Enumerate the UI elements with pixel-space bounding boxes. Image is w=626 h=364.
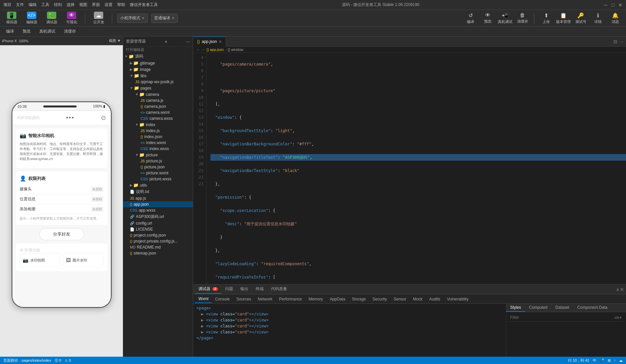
menu-settings[interactable]: 设置 xyxy=(105,2,113,8)
menu-interface[interactable]: 界面 xyxy=(92,2,100,8)
tab-app-json[interactable]: {} app.json × xyxy=(193,37,226,47)
picture-folder[interactable]: ▼ 📁 picture xyxy=(123,152,193,158)
config-url[interactable]: 🔗 config.url xyxy=(123,220,193,226)
menu-goto[interactable]: 转到 xyxy=(54,2,62,8)
camera-folder[interactable]: ▼ 📁 camera xyxy=(123,91,193,97)
cloud-btn[interactable]: ☁ 云开发 xyxy=(90,12,107,25)
utils-folder[interactable]: ▶ 📁 utils xyxy=(123,182,193,188)
dt-network-tab[interactable]: Network xyxy=(254,295,276,303)
dt-tab-issues[interactable]: 问题 xyxy=(222,285,236,294)
index-folder[interactable]: ▼ 📁 index xyxy=(123,121,193,128)
picture-json[interactable]: {} picture.json xyxy=(123,164,193,170)
sitemap-json[interactable]: {} sitemap.json xyxy=(123,250,193,256)
visualize-btn[interactable]: 👁 可视化 xyxy=(63,12,80,25)
html-line-1[interactable]: <page> xyxy=(194,305,504,311)
menu-help[interactable]: 帮助 xyxy=(117,2,125,8)
dt-appdata-tab[interactable]: AppData xyxy=(326,295,349,303)
tab-clear[interactable]: 清缓存 xyxy=(61,27,79,36)
translate-dropdown[interactable]: 普通编译 ▼ xyxy=(151,14,178,23)
image-folder[interactable]: ▶ 📁 image xyxy=(123,66,193,73)
status-layout-btn[interactable]: ⊞ xyxy=(608,358,611,363)
gitimage-folder[interactable]: ▶ 📁 gitimage xyxy=(123,60,193,66)
dt-audits-tab[interactable]: Audits xyxy=(426,295,444,303)
asp300-url[interactable]: 🔗 ASP300源码.url xyxy=(123,213,193,220)
details-btn[interactable]: ℹ 详情 xyxy=(591,12,605,24)
app-js[interactable]: JS app.js xyxy=(123,195,193,201)
app-wxss[interactable]: CSS app.wxss xyxy=(123,207,193,213)
menu-file[interactable]: 文件 xyxy=(16,2,24,8)
dt-sensor-tab[interactable]: Sensor xyxy=(390,295,410,303)
qqmap-file[interactable]: JS qqmap-wx-jssdk.js xyxy=(123,79,193,85)
menu-project[interactable]: 项目 xyxy=(3,2,11,8)
phone-dots[interactable]: ••• xyxy=(66,114,75,121)
tab-close-btn[interactable]: × xyxy=(219,39,221,44)
simulator-btn[interactable]: 📱 模拟器 xyxy=(3,12,20,25)
sim-screenshot-btn[interactable]: 截图 ▼ xyxy=(109,38,121,43)
html-line-6[interactable]: </page> xyxy=(194,335,504,341)
test-btn[interactable]: 🔑 测试号 xyxy=(573,12,588,24)
phone-record-btn[interactable]: ⊙ xyxy=(101,114,106,121)
upload-btn[interactable]: ⬆ 上传 xyxy=(539,12,553,24)
status-sync-btn[interactable]: ↑ xyxy=(614,358,616,362)
picture-js[interactable]: JS picture.js xyxy=(123,158,193,164)
dt-memory-tab[interactable]: Memory xyxy=(305,295,326,303)
editor-btn[interactable]: </> 编辑器 xyxy=(23,12,40,25)
readme-txt[interactable]: 📄 说明.txt xyxy=(123,188,193,195)
license-file[interactable]: 📄 LICENSE xyxy=(123,226,193,232)
more-btn[interactable]: ··· xyxy=(186,39,190,44)
add-style-btn[interactable]: + xyxy=(619,315,622,320)
camera-js[interactable]: JS camera.js xyxy=(123,97,193,103)
preview-btn[interactable]: 👁 预览 xyxy=(480,12,495,24)
index-js[interactable]: JS index.js xyxy=(123,128,193,134)
real-device-btn[interactable]: 📲 真机调试 xyxy=(498,12,512,24)
dt-computed-tab[interactable]: Computed xyxy=(525,304,551,312)
close-btn[interactable]: ✕ xyxy=(618,3,623,7)
dt-filter-input[interactable] xyxy=(510,315,614,320)
project-private[interactable]: {} project.private.config.js... xyxy=(123,238,193,244)
open-editor-btn[interactable]: + xyxy=(165,39,167,44)
func-image-watermark[interactable]: 🖼 图片水印 xyxy=(63,253,104,267)
project-config[interactable]: {} project.config.json xyxy=(123,232,193,238)
dt-styles-tab[interactable]: Styles xyxy=(506,304,525,312)
tab-compile[interactable]: 编译 xyxy=(3,27,17,36)
camera-json[interactable]: {} camera.json xyxy=(123,103,193,109)
index-wxss[interactable]: CSS index.wxss xyxy=(123,146,193,152)
mode-dropdown[interactable]: 小程序模式 ▼ xyxy=(117,14,148,23)
libs-folder[interactable]: ▼ 📁 libs xyxy=(123,73,193,79)
open-editor-item[interactable]: 打开编辑器 xyxy=(123,47,193,53)
dt-wxml-tab[interactable]: Wxml xyxy=(195,295,212,303)
clear-cache-btn[interactable]: 🗑 清缓存 xyxy=(515,12,530,24)
index-wxml[interactable]: <> index.wxml xyxy=(123,140,193,146)
dt-console-tab[interactable]: Console xyxy=(212,295,233,303)
minimize-btn[interactable]: ─ xyxy=(603,3,608,7)
code-area[interactable]: 45678 910111213 1415161718 1920212223 "p… xyxy=(193,53,626,284)
dt-sources-tab[interactable]: Sources xyxy=(233,295,254,303)
status-lang-btn[interactable]: 中 xyxy=(593,358,596,363)
compile-btn[interactable]: ↺ 编译 xyxy=(463,12,478,24)
func-watermark-photo[interactable]: 📷 水印拍照 xyxy=(20,253,60,267)
tab-real-debug[interactable]: 真机调试 xyxy=(37,27,58,36)
debug-btn[interactable]: 🐛 调试器 xyxy=(43,12,60,25)
breadcrumb-forward[interactable]: → xyxy=(201,48,205,52)
version-mgr-btn[interactable]: 📋 版本管理 xyxy=(556,12,571,24)
share-btn[interactable]: 分享好友 xyxy=(39,228,84,240)
tab-preview[interactable]: 预览 xyxy=(20,27,33,36)
index-json[interactable]: {} index.json xyxy=(123,134,193,140)
html-line-2[interactable]: ▶ <view class="card"></view> xyxy=(194,311,504,317)
menu-select[interactable]: 选择 xyxy=(67,2,75,8)
dt-mock-tab[interactable]: Mock xyxy=(410,295,426,303)
html-line-5[interactable]: ▶ <view class="card"></view> xyxy=(194,329,504,335)
menu-view[interactable]: 视图 xyxy=(79,2,87,8)
menu-tool[interactable]: 工具 xyxy=(41,2,49,8)
devtools-close-btn[interactable]: ✕ xyxy=(620,287,624,292)
dt-tab-quality[interactable]: 代码质量 xyxy=(268,285,290,294)
devtools-collapse-btn[interactable]: ∧ xyxy=(616,287,619,292)
breadcrumb-back[interactable]: ← xyxy=(196,48,200,52)
status-mic-btn[interactable]: 🎤 xyxy=(600,358,604,363)
dt-component-data-tab[interactable]: Component Data xyxy=(573,304,611,312)
html-line-3[interactable]: ▶ <view class="card"></view> xyxy=(194,317,504,323)
status-cloud-btn[interactable]: ☁ xyxy=(619,358,623,363)
menu-wechat-devtools[interactable]: 微信开发者工具 xyxy=(130,2,158,8)
app-json[interactable]: {} app.json xyxy=(123,201,193,207)
maximize-btn[interactable]: □ xyxy=(611,3,615,7)
